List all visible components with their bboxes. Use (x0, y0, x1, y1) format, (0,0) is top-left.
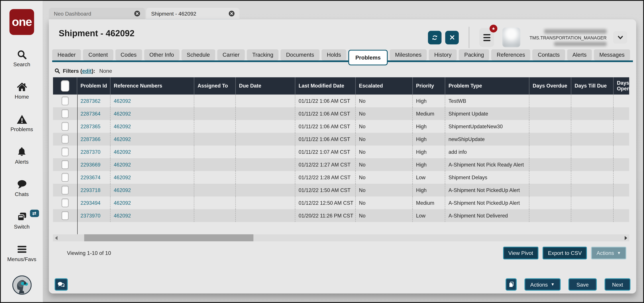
sidebar-item-problems[interactable]: Problems (7, 114, 36, 132)
reference-number-link[interactable]: 462092 (114, 162, 131, 168)
tab-references[interactable]: References (492, 49, 530, 60)
table-actions-button[interactable]: Actions▼ (591, 247, 626, 259)
problem-id-link[interactable]: 2293674 (80, 175, 100, 180)
row-checkbox[interactable] (62, 135, 69, 143)
column-header-reference-numbers[interactable]: Reference Numbers (110, 77, 194, 95)
one-logo[interactable]: one (10, 9, 34, 35)
close-tab-icon[interactable] (229, 11, 234, 17)
reference-number-link[interactable]: 462092 (114, 136, 131, 142)
column-header-days-till-due[interactable]: Days Till Due (571, 77, 614, 95)
row-checkbox[interactable] (62, 186, 69, 194)
row-checkbox[interactable] (62, 109, 69, 118)
swap-arrows-badge[interactable]: ⇄ (30, 210, 39, 217)
column-header-due-date[interactable]: Due Date (236, 77, 295, 95)
tab-milestones[interactable]: Milestones (390, 49, 427, 60)
table-row: 237397046209201/20/22 11:26 PM CSTNoLowA… (53, 209, 629, 222)
refresh-button[interactable] (428, 31, 442, 44)
tab-problems[interactable]: Problems (348, 50, 388, 65)
user-avatar[interactable] (12, 275, 32, 295)
problem-id-link[interactable]: 2373970 (80, 213, 100, 218)
save-button[interactable]: Save (568, 278, 597, 291)
sidebar-item-alerts[interactable]: Alerts (7, 146, 36, 165)
user-name-redacted (544, 29, 607, 34)
reference-number-link[interactable]: 462092 (114, 213, 131, 218)
column-header-problem-id[interactable]: Problem Id (77, 77, 110, 95)
view-pivot-button[interactable]: View Pivot (503, 247, 538, 259)
reference-number-link[interactable]: 462092 (114, 175, 131, 180)
tab-alerts[interactable]: Alerts (567, 49, 592, 60)
reference-number-link[interactable]: 462092 (114, 124, 131, 129)
sidebar-item-menus-favs[interactable]: Menus/Favs (7, 244, 36, 262)
cell-problem-type: A-Shipment Not Delivered (445, 209, 530, 222)
favorites-menu-button[interactable]: ★ (479, 28, 494, 47)
tab-carrier[interactable]: Carrier (217, 49, 245, 60)
row-checkbox[interactable] (62, 122, 69, 131)
column-header-days-overdue[interactable]: Days Overdue (530, 77, 571, 95)
tab-contacts[interactable]: Contacts (532, 49, 565, 60)
sidebar-item-switch[interactable]: ⇄Switch (7, 211, 36, 230)
profile-photo[interactable] (502, 28, 520, 47)
tab-packing[interactable]: Packing (459, 49, 489, 60)
problem-id-link[interactable]: 2293494 (80, 200, 100, 206)
tab-tracking[interactable]: Tracking (247, 49, 278, 60)
cell-days-since-opened (614, 95, 629, 107)
tab-neo-dashboard[interactable]: Neo Dashboard (49, 8, 145, 20)
row-checkbox[interactable] (62, 198, 69, 207)
tab-shipment-462092[interactable]: Shipment - 462092 (146, 8, 240, 20)
copy-document-button[interactable] (506, 278, 517, 291)
export-csv-button[interactable]: Export to CSV (543, 247, 587, 259)
row-checkbox[interactable] (62, 211, 69, 220)
problem-id-link[interactable]: 2287370 (80, 149, 100, 155)
horizontal-scrollbar[interactable] (53, 234, 629, 241)
problem-id-link[interactable]: 2287365 (80, 124, 100, 129)
tab-documents[interactable]: Documents (281, 49, 320, 60)
sidebar-item-search[interactable]: Search (7, 49, 36, 67)
column-header-priority[interactable]: Priority (413, 77, 445, 95)
scrollbar-thumb[interactable] (84, 234, 254, 241)
close-tab-icon[interactable] (134, 11, 140, 17)
tab-schedule[interactable]: Schedule (182, 49, 215, 60)
row-checkbox[interactable] (62, 148, 69, 156)
row-checkbox[interactable] (62, 160, 69, 169)
sidebar-item-chats[interactable]: Chats (7, 179, 36, 197)
column-header-escalated[interactable]: Escalated (356, 77, 413, 95)
filters-edit-link[interactable]: edit (82, 68, 92, 74)
reference-number-link[interactable]: 462092 (114, 187, 131, 193)
problem-id-link[interactable]: 2287364 (80, 111, 100, 117)
tab-codes[interactable]: Codes (115, 49, 142, 60)
column-header-problem-type[interactable]: Problem Type (445, 77, 530, 95)
chat-button[interactable] (54, 278, 68, 291)
tab-messages[interactable]: Messages (594, 49, 630, 60)
cell-due-date (236, 184, 295, 196)
column-header-assigned-to[interactable]: Assigned To (194, 77, 236, 95)
select-all-checkbox[interactable] (61, 80, 69, 92)
reference-number-link[interactable]: 462092 (114, 98, 131, 104)
problem-id-link[interactable]: 2287362 (80, 98, 100, 104)
reference-number-link[interactable]: 462092 (114, 149, 131, 155)
tab-other-info[interactable]: Other Info (144, 49, 180, 60)
caret-down-icon: ▼ (617, 251, 621, 255)
problem-id-link[interactable]: 2293669 (80, 162, 100, 168)
cell-assigned-to (194, 107, 236, 120)
reference-number-link[interactable]: 462092 (114, 111, 131, 117)
user-menu-button[interactable] (613, 31, 627, 44)
next-button[interactable]: Next (605, 278, 630, 291)
scroll-right-icon[interactable] (625, 236, 627, 240)
close-panel-button[interactable] (445, 31, 459, 44)
row-checkbox[interactable] (62, 173, 69, 182)
row-checkbox[interactable] (62, 97, 69, 105)
tab-history[interactable]: History (429, 49, 457, 60)
tab-content[interactable]: Content (83, 49, 113, 60)
footer-actions-button[interactable]: Actions▼ (524, 278, 560, 291)
cell-problem-id: 2287366 (77, 133, 110, 146)
scroll-left-icon[interactable] (55, 236, 58, 240)
tab-header[interactable]: Header (52, 49, 81, 60)
sidebar-item-home[interactable]: Home (7, 81, 36, 100)
column-header-last-modified-date[interactable]: Last Modified Date (295, 77, 356, 95)
reference-number-link[interactable]: 462092 (114, 200, 131, 206)
problem-id-link[interactable]: 2287366 (80, 136, 100, 142)
tab-holds[interactable]: Holds (322, 49, 346, 60)
cell-problem-id: 2293669 (77, 158, 110, 171)
problem-id-link[interactable]: 2293718 (80, 187, 100, 193)
column-header-days-since-opened[interactable]: Days Since Opened (614, 77, 629, 95)
